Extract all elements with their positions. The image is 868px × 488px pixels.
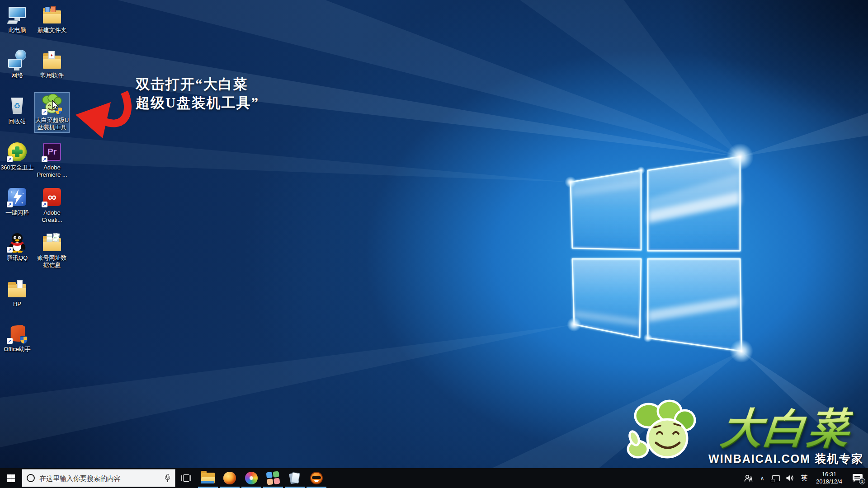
file-explorer-icon bbox=[201, 473, 215, 483]
this-pc-icon bbox=[6, 4, 28, 25]
tray-clock[interactable]: 16:31 2018/12/4 bbox=[811, 468, 847, 488]
system-tray: ∧ 英 16:31 2018/12/4 1 bbox=[741, 468, 868, 488]
shortcut-arrow-icon: ↗ bbox=[42, 109, 47, 115]
tray-network-icon[interactable] bbox=[769, 468, 783, 488]
desktop-icon-common-software[interactable]: ♦ 常用软件 bbox=[35, 48, 69, 80]
qq-penguin-icon: ↗ bbox=[6, 231, 28, 253]
color-wheel-app-icon bbox=[245, 472, 258, 484]
tray-ime-indicator[interactable]: 英 bbox=[797, 468, 811, 488]
task-view-button[interactable] bbox=[175, 468, 197, 488]
lightning-icon: ↗ bbox=[6, 186, 28, 208]
search-input[interactable] bbox=[39, 474, 160, 482]
taskbar-search[interactable] bbox=[22, 469, 175, 487]
desktop-icon-new-folder[interactable]: 新建文件夹 bbox=[35, 3, 69, 35]
start-button[interactable] bbox=[0, 468, 22, 488]
desktop-icon-360-safe[interactable]: ↗ 360安全卫士 bbox=[0, 140, 34, 173]
recycle-bin-icon: ♻ bbox=[6, 95, 28, 117]
action-center-icon: 1 bbox=[853, 474, 863, 483]
common-software-folder-icon: ♦ bbox=[41, 49, 63, 70]
brand-title: 大白菜 bbox=[719, 407, 854, 449]
notepad-app-icon bbox=[289, 472, 301, 484]
tray-people-icon[interactable] bbox=[741, 468, 756, 488]
taskbar-app-four-petals[interactable] bbox=[262, 468, 284, 488]
notification-badge: 1 bbox=[859, 478, 865, 484]
taskbar-app-orange-face[interactable] bbox=[306, 468, 327, 488]
clock-date: 2018/12/4 bbox=[816, 478, 842, 485]
office-icon: ↗ bbox=[6, 323, 28, 344]
desktop-icon-dabaicai-tool[interactable]: ↗ 大白菜超级U盘装机工具 bbox=[35, 93, 69, 132]
cortana-icon bbox=[27, 474, 35, 482]
task-view-icon bbox=[181, 474, 191, 482]
creative-cloud-icon: ∞ ↗ bbox=[41, 186, 63, 208]
network-icon bbox=[6, 49, 28, 70]
desktop-icon-hp-folder[interactable]: HP bbox=[0, 277, 34, 309]
annotation-line-1: 双击打开“大白菜 bbox=[136, 75, 259, 94]
mouse-cursor bbox=[52, 100, 60, 111]
shortcut-arrow-icon: ↗ bbox=[7, 156, 13, 162]
uac-shield-icon bbox=[20, 336, 28, 344]
tray-volume-icon[interactable] bbox=[783, 468, 797, 488]
shortcut-arrow-icon: ↗ bbox=[7, 247, 13, 253]
desktop-icon-this-pc[interactable]: 此电脑 bbox=[0, 3, 34, 35]
red-pointer-arrow bbox=[70, 87, 138, 148]
taskbar-app-firefox[interactable] bbox=[219, 468, 241, 488]
cabbage-mascot bbox=[621, 399, 707, 466]
shortcut-arrow-icon: ↗ bbox=[42, 202, 47, 207]
annotation-line-2: 超级U盘装机工具” bbox=[136, 94, 259, 112]
shortcut-arrow-icon: ↗ bbox=[7, 338, 13, 344]
desktop-icon-tencent-qq[interactable]: ↗ 腾讯QQ bbox=[0, 230, 34, 263]
tutorial-annotation: 双击打开“大白菜 超级U盘装机工具” bbox=[136, 75, 259, 112]
taskbar-app-file-explorer[interactable] bbox=[197, 468, 219, 488]
desktop-icon-office-assistant[interactable]: ↗ Office助手 bbox=[0, 322, 34, 354]
clock-time: 16:31 bbox=[816, 471, 842, 478]
data-folder-icon bbox=[41, 231, 63, 253]
four-petals-app-icon bbox=[266, 471, 280, 485]
adobe-premiere-icon: Pr ↗ bbox=[41, 141, 63, 163]
desktop-icon-flash-tool[interactable]: ↗ 一键闪释 bbox=[0, 185, 34, 218]
360-safe-icon: ↗ bbox=[6, 141, 28, 163]
brand-subtitle: WINBAICAI.COM 装机专家 bbox=[708, 451, 863, 466]
tray-notification-button[interactable]: 1 bbox=[847, 468, 868, 488]
new-folder-icon bbox=[41, 4, 63, 25]
orange-face-app-icon bbox=[310, 472, 323, 484]
shortcut-arrow-icon: ↗ bbox=[7, 202, 13, 207]
taskbar-app-notepad[interactable] bbox=[284, 468, 306, 488]
windows-logo-icon bbox=[7, 474, 15, 482]
shortcut-arrow-icon: ↗ bbox=[42, 156, 47, 162]
firefox-icon bbox=[223, 472, 236, 484]
hp-folder-icon bbox=[6, 277, 28, 299]
desktop-icon-adobe-premiere[interactable]: Pr ↗ Adobe Premiere ... bbox=[35, 140, 69, 180]
desktop-icon-account-data[interactable]: 账号网址数据信息 bbox=[35, 230, 69, 270]
microphone-icon[interactable] bbox=[165, 474, 170, 482]
tray-chevron-up-icon[interactable]: ∧ bbox=[756, 468, 769, 488]
dabaicai-cabbage-icon: ↗ bbox=[41, 94, 63, 115]
desktop-icon-network[interactable]: 网络 bbox=[0, 48, 34, 80]
taskbar-app-color-wheel[interactable] bbox=[241, 468, 262, 488]
dabaicai-watermark: 大白菜 WINBAICAI.COM 装机专家 bbox=[621, 399, 863, 466]
desktop-icon-recycle-bin[interactable]: ♻ 回收站 bbox=[0, 94, 34, 127]
desktop-icon-adobe-creative-cloud[interactable]: ∞ ↗ Adobe Creati... bbox=[35, 185, 69, 225]
taskbar: ∧ 英 16:31 2018/12/4 1 bbox=[0, 468, 868, 488]
